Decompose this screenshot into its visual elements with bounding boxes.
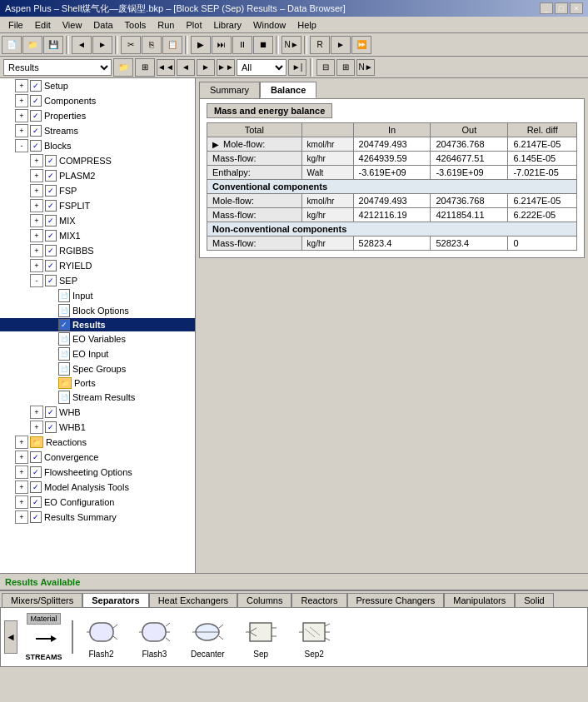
bottom-tab-separators[interactable]: Separators — [82, 593, 148, 607]
expand-ryield[interactable]: + — [30, 259, 43, 272]
results-dropdown[interactable]: Results — [3, 59, 112, 76]
tree-item-mix[interactable]: + ✓ MIX — [0, 213, 195, 228]
block-flash3[interactable]: Flash3 — [132, 616, 177, 659]
close-button[interactable]: × — [570, 2, 583, 14]
nav-icon-btn[interactable]: ⊞ — [135, 58, 155, 77]
nav-forward-forward[interactable]: ►► — [217, 59, 235, 76]
tree-item-setup[interactable]: + ✓ Setup — [0, 78, 195, 93]
expand-whb[interactable]: + — [30, 406, 43, 419]
title-buttons[interactable]: _ □ × — [540, 2, 583, 14]
expand-blocks[interactable]: - — [15, 139, 28, 152]
nav-folder-btn[interactable]: 📁 — [113, 58, 133, 77]
tree-item-model-analysis[interactable]: + ✓ Model Analysis Tools — [0, 480, 195, 495]
menu-view[interactable]: View — [57, 18, 87, 32]
nav-back[interactable]: ◄ — [177, 59, 195, 76]
tree-item-convergence[interactable]: + ✓ Convergence — [0, 450, 195, 465]
paste-button[interactable]: 📋 — [162, 36, 182, 54]
tree-item-ports[interactable]: 📁 Ports — [0, 376, 195, 390]
bottom-tab-pressure-changers[interactable]: Pressure Changers — [347, 593, 445, 607]
expand-mix[interactable]: + — [30, 214, 43, 227]
nav-extra2[interactable]: ⊞ — [336, 59, 355, 76]
minimize-button[interactable]: _ — [540, 2, 553, 14]
menu-file[interactable]: File — [3, 18, 28, 32]
open-button[interactable]: 📁 — [22, 36, 42, 54]
expand-components[interactable]: + — [15, 94, 28, 107]
menu-run[interactable]: Run — [152, 18, 179, 32]
tree-item-results[interactable]: ✓ Results — [0, 318, 195, 331]
bottom-left-arrow[interactable]: ◄ — [4, 620, 17, 654]
bottom-tab-heat-exchangers[interactable]: Heat Exchangers — [149, 593, 237, 607]
menu-plot[interactable]: Plot — [181, 18, 207, 32]
tree-item-sep[interactable]: - ✓ SEP — [0, 273, 195, 288]
menu-data[interactable]: Data — [88, 18, 117, 32]
block-sep[interactable]: Sep — [238, 616, 284, 659]
copy-button[interactable]: ⎘ — [142, 36, 162, 54]
expand-eo-config[interactable]: + — [15, 495, 28, 509]
tree-item-eo-input[interactable]: 📄 EO Input — [0, 346, 195, 361]
tree-item-block-options[interactable]: 📄 Block Options — [0, 303, 195, 318]
expand-whb1[interactable]: + — [30, 421, 43, 434]
tree-item-ryield[interactable]: + ✓ RYIELD — [0, 258, 195, 273]
tree-item-rgibbs[interactable]: + ✓ RGIBBS — [0, 243, 195, 258]
nav-back-back[interactable]: ◄◄ — [157, 59, 175, 76]
block-sep2[interactable]: Sep2 — [292, 616, 337, 659]
tree-item-results-summary[interactable]: + ✓ Results Summary — [0, 510, 195, 525]
nav-forward[interactable]: ► — [197, 59, 215, 76]
bottom-tab-manipulators[interactable]: Manipulators — [444, 593, 515, 607]
expand-model-analysis[interactable]: + — [15, 480, 28, 494]
tree-item-compress[interactable]: + ✓ COMPRESS — [0, 153, 195, 168]
forward-button[interactable]: ► — [92, 36, 112, 54]
save-button[interactable]: 💾 — [43, 36, 63, 54]
expand-results-summary[interactable]: + — [15, 510, 28, 524]
expand-plasm2[interactable]: + — [30, 169, 43, 182]
bottom-tab-mixers[interactable]: Mixers/Splitters — [2, 593, 82, 607]
pause-button[interactable]: ⏸ — [232, 36, 252, 54]
bottom-tab-reactors[interactable]: Reactors — [292, 593, 346, 607]
run-button[interactable]: ▶ — [191, 36, 211, 54]
tree-item-components[interactable]: + ✓ Components — [0, 93, 195, 108]
expand-fsp[interactable]: + — [30, 184, 43, 197]
stop-button[interactable]: ⏹ — [253, 36, 273, 54]
tree-item-plasm2[interactable]: + ✓ PLASM2 — [0, 168, 195, 183]
bottom-tab-columns[interactable]: Columns — [237, 593, 292, 607]
tree-item-reactions[interactable]: + 📁 Reactions — [0, 435, 195, 450]
expand-properties[interactable]: + — [15, 109, 28, 122]
expand-reactions[interactable]: + — [15, 436, 28, 449]
back-button[interactable]: ◄ — [72, 36, 92, 54]
new-button[interactable]: 📄 — [2, 36, 22, 54]
expand-sep[interactable]: - — [30, 274, 43, 287]
tab-summary[interactable]: Summary — [199, 82, 260, 98]
expand-convergence[interactable]: + — [15, 451, 28, 464]
tree-item-mix1[interactable]: + ✓ MIX1 — [0, 228, 195, 243]
block-decanter[interactable]: Decanter — [185, 616, 231, 659]
play-button[interactable]: ► — [331, 36, 351, 54]
tree-item-properties[interactable]: + ✓ Properties — [0, 108, 195, 123]
expand-mix1[interactable]: + — [30, 229, 43, 242]
tree-item-eo-variables[interactable]: 📄 EO Variables — [0, 331, 195, 346]
menu-edit[interactable]: Edit — [30, 18, 56, 32]
tree-item-stream-results[interactable]: 📄 Stream Results — [0, 390, 195, 405]
nav-end[interactable]: ►| — [288, 59, 306, 76]
menu-window[interactable]: Window — [248, 18, 291, 32]
expand-fsplit[interactable]: + — [30, 199, 43, 212]
maximize-button[interactable]: □ — [555, 2, 568, 14]
expand-compress[interactable]: + — [30, 154, 43, 167]
tree-item-input[interactable]: 📄 Input — [0, 288, 195, 303]
tree-item-fsp[interactable]: + ✓ FSP — [0, 183, 195, 198]
tree-item-whb[interactable]: + ✓ WHB — [0, 405, 195, 420]
expand-rgibbs[interactable]: + — [30, 244, 43, 257]
tree-item-eo-config[interactable]: + ✓ EO Configuration — [0, 495, 195, 510]
nav-extra1[interactable]: ⊟ — [316, 59, 335, 76]
nav-extra3[interactable]: N► — [356, 59, 375, 76]
menu-help[interactable]: Help — [292, 18, 321, 32]
results-button[interactable]: R — [310, 36, 330, 54]
fast-forward-button[interactable]: ⏩ — [351, 36, 371, 54]
tree-item-fsplit[interactable]: + ✓ FSPLIT — [0, 198, 195, 213]
tree-item-spec-groups[interactable]: 📄 Spec Groups — [0, 361, 195, 376]
tree-item-whb1[interactable]: + ✓ WHB1 — [0, 420, 195, 435]
expand-setup[interactable]: + — [15, 79, 28, 92]
cut-button[interactable]: ✂ — [121, 36, 141, 54]
expand-flowsheeting[interactable]: + — [15, 466, 28, 479]
next-button[interactable]: N► — [282, 36, 301, 54]
tree-item-blocks[interactable]: - ✓ Blocks — [0, 138, 195, 153]
